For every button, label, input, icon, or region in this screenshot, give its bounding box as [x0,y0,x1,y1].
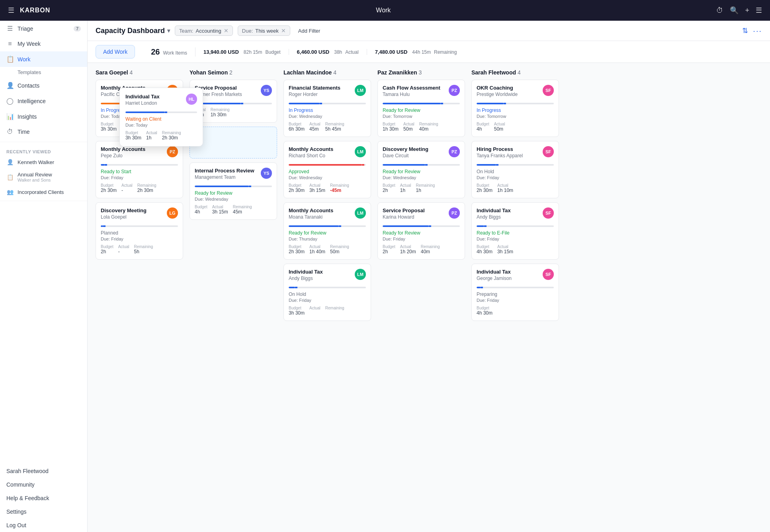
board-container: Sara Goepel 4 Monthly Accounts Pacific C… [88,63,770,532]
filter-due-remove[interactable]: ✕ [281,27,286,34]
sidebar-community[interactable]: Community [0,478,87,491]
filter-team-value: Accounting [195,28,221,34]
column-header-paz: Paz Zwanikken 3 [377,69,465,76]
column-header-sara: Sara Goepel 4 [96,69,183,76]
progress-fill-karina [383,225,429,227]
due-richard: Due: Wednesday [289,175,366,180]
triage-icon: ☰ [6,25,14,32]
content-area: Capacity Dashboard ▾ Team: Accounting ✕ … [88,21,770,532]
sidebar-item-time[interactable]: ⏱ Time [0,124,87,139]
search-icon[interactable]: 🔍 [730,6,739,15]
avatar-lachlan: LM [355,85,366,96]
avatar-sarah3: SF [543,207,554,219]
sidebar-item-intelligence[interactable]: ◯ Intelligence [0,93,87,109]
due-moana: Due: Thursday [289,237,366,241]
stat-budget-amount: 13,940.00 USD [203,49,239,55]
card-george-jamison[interactable]: Individual Tax George Jamison SF Prepari… [471,264,559,321]
sidebar-item-contacts[interactable]: 👤 Contacts [0,78,87,93]
notes-icon[interactable]: ☰ [756,6,762,15]
stat-remaining-amount: 7,480.00 USD [375,49,408,55]
card-andy-biggs-lachlan[interactable]: Individual Tax Andy Biggs LM On Hold Due… [283,264,371,321]
progress-fill-richard [289,164,362,166]
footer-karina: Budget 2h Actual 1h 20m Remaining 40m [383,244,460,254]
more-options-icon[interactable]: ··· [753,26,762,35]
stat-budget-label: Budget [266,49,281,55]
add-icon[interactable]: + [745,6,749,15]
card-dave-circuit[interactable]: Discovery Meeting Dave Circuit PZ Ready … [377,141,465,198]
time-icon: ⏱ [6,128,14,135]
footer-andysf: Budget 4h 30m Actual 3h 15m [477,244,554,254]
work-icon: 📋 [6,55,14,63]
filter-team-remove[interactable]: ✕ [224,27,229,34]
card-roger-horder[interactable]: Financial Statements Roger Horder LM In … [283,80,371,137]
filter-due-value: This week [255,28,279,34]
card-pepe-title: Monthly Accounts [101,146,145,153]
filter-due-label: Due: [242,28,253,34]
progress-fill-andysf [477,225,484,227]
popup-progress-thumb [165,111,167,113]
timer-icon[interactable]: ⏱ [716,6,723,15]
progress-moana [289,225,366,227]
footer-prestige: Budget 4h Actual 50m [477,122,554,132]
card-mgmt-subtitle: Management Team [195,174,254,180]
column-lachlan: Lachlan Macindoe 4 Financial Statements … [283,69,371,526]
card-dave-title: Discovery Meeting [383,146,428,153]
sidebar-item-work[interactable]: 📋 Work [0,51,87,67]
sidebar-sarah-fleetwood[interactable]: Sarah Fleetwood [0,464,87,478]
sidebar-logout[interactable]: Log Out [0,518,87,532]
dashboard-chevron[interactable]: ▾ [167,27,170,34]
sidebar-label-time: Time [18,129,30,135]
progress-andysf [477,225,554,227]
footer-tanya: Budget 2h 30m Actual 1h 10m [477,183,554,193]
sidebar-item-insights[interactable]: 📊 Insights [0,109,87,124]
sidebar-divider-1 [0,142,87,142]
sidebar-item-myweek[interactable]: ≡ My Week [0,36,87,51]
footer-dave: Budget 2h Actual 1h Remaining 1h [383,183,460,193]
hamburger-icon[interactable]: ☰ [8,6,14,15]
due-tanya: Due: Friday [477,175,554,180]
progress-fill-lola [101,225,103,227]
card-tamara-subtitle: Tamara Hulu [383,92,440,97]
card-lola-goepel[interactable]: Discovery Meeting Lola Goepel LG Planned… [96,202,183,260]
top-nav: ☰ KARBON Work ⏱ 🔍 + ☰ [0,0,770,21]
sidebar-label-intelligence: Intelligence [18,98,46,104]
avatar-sarah4: SF [543,269,554,280]
filter-adjust-icon[interactable]: ⇅ [742,26,748,35]
rv-incorporated[interactable]: 👥 Incorporated Clients [0,186,87,198]
rv-annual-review[interactable]: 📋 Annual Review Walker and Sons [0,168,87,186]
popup-individual-tax[interactable]: Individual Tax Harriet London HL Waiting… [119,88,203,147]
card-moana[interactable]: Monthly Accounts Moana Taranaki LM Ready… [283,202,371,260]
add-work-button[interactable]: Add Work [96,45,135,59]
rv-kenneth-text: Kenneth Walker [18,159,54,165]
card-roger-title: Financial Statements [289,85,340,92]
card-tamara-hulu[interactable]: Cash Flow Assessment Tamara Hulu PZ Read… [377,80,465,137]
sidebar-settings[interactable]: Settings [0,505,87,518]
avatar-lachlan4: LM [355,269,366,280]
progress-andyb [289,287,366,288]
add-filter-button[interactable]: Add Filter [295,26,324,35]
rv-incorporated-icon: 👥 [6,189,14,195]
card-tanya-franks[interactable]: Hiring Process Tanya Franks Apparel SF O… [471,141,559,198]
rv-kenneth[interactable]: 👤 Kenneth Walker [0,156,87,168]
card-richard-short[interactable]: Monthly Accounts Richard Short Co LM App… [283,141,371,198]
card-karina-howard[interactable]: Service Proposal Karina Howard PZ Ready … [377,202,465,260]
card-andy-biggs-sf[interactable]: Individual Tax Andy Biggs SF Ready to E-… [471,202,559,260]
sidebar-item-triage[interactable]: ☰ Triage 7 [0,21,87,36]
progress-farmer [195,103,272,104]
progress-fill-andyb [289,287,295,288]
card-prestige-subtitle: Prestige Worldwide [477,92,518,97]
card-tanya-title: Hiring Process [477,146,523,153]
avatar-lachlan2: LM [355,146,366,157]
main-layout: ☰ Triage 7 ≡ My Week 📋 Work Templates 👤 … [0,21,770,532]
progress-thumb-dave [425,164,428,166]
sidebar-item-templates[interactable]: Templates [0,67,87,78]
status-pepe: Ready to Start [101,169,178,174]
card-prestige-okr[interactable]: OKR Coaching Prestige Worldwide SF In Pr… [471,80,559,137]
card-pepe-zulo[interactable]: Monthly Accounts Pepe Zulo PZ Ready to S… [96,141,183,198]
card-mgmt-team[interactable]: Internal Process Review Management Team … [190,162,277,220]
avatar-paz: PZ [449,85,460,96]
sidebar-help[interactable]: Help & Feedback [0,491,87,505]
progress-fill-dave [383,164,425,166]
stat-remaining-time: 44h 15m [412,49,431,55]
avatar-pepe: PZ [167,146,178,157]
